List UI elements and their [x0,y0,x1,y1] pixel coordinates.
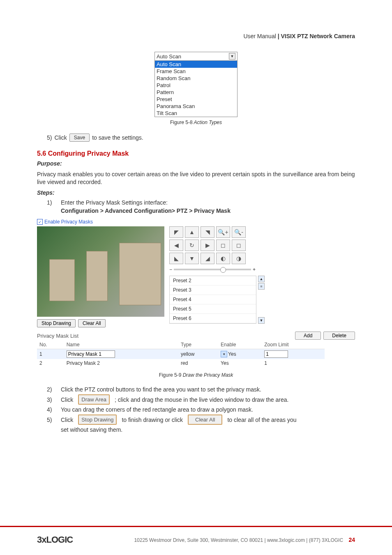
header-light: User Manual [243,33,277,39]
dropdown-option[interactable]: Pattern [155,89,237,96]
action-type-dropdown[interactable]: Auto Scan ▼ Auto Scan Frame Scan Random … [154,52,238,117]
zoom-limit-input[interactable] [264,350,288,358]
chevron-down-icon[interactable]: ▼ [229,53,235,60]
mask-name-input[interactable] [67,350,115,358]
header-bold: | VISIX PTZ Network Camera [278,33,355,39]
table-row[interactable]: 2 Privacy Mask 2 red Yes 1 [37,359,325,367]
ptz-up-left-icon[interactable]: ◤ [169,226,183,238]
zoom-in-icon[interactable]: 🔍+ [216,226,230,238]
clear-all-button[interactable]: Clear All [188,415,222,425]
iris-open-icon[interactable]: ◐ [216,253,230,264]
mask-list-title: Privacy Mask List [37,333,78,339]
page-header: User Manual | VISIX PTZ Network Camera [37,33,355,39]
dropdown-option[interactable]: Frame Scan [155,68,237,75]
dropdown-option[interactable]: Patrol [155,82,237,89]
save-button[interactable]: Save [69,134,90,142]
cell-type: red [178,359,218,367]
iris-close-icon[interactable]: ◑ [232,253,246,264]
page-number: 24 [348,537,355,543]
page-footer: 3xLOGIC 10225 Westmoor Drive, Suite 300,… [0,526,392,553]
step-number: 4) [47,406,56,413]
steps-label: Steps: [37,189,355,197]
ptz-speed-slider[interactable]: − + [169,267,256,272]
col-type: Type [178,341,218,349]
preset-item[interactable]: Preset 2 [170,276,256,286]
ptz-down-right-icon[interactable]: ◢ [201,253,214,264]
caption-prefix: Figure 5-8 [170,120,193,125]
cell-no: 1 [37,349,64,359]
step-number: 2) [47,386,56,393]
focus-far-icon[interactable]: ◻ [232,240,246,251]
caption-title: Draw the Privacy Mask [181,372,233,378]
step-text-post: to save the settings. [92,134,143,141]
minus-icon: − [169,267,172,272]
step-text-pre: Click [61,417,73,423]
checkbox-icon: ✓ [37,219,43,225]
dropdown-option[interactable]: Tilt Scan [155,110,237,117]
stop-drawing-button[interactable]: Stop Drawing [37,319,76,327]
ptz-auto-icon[interactable]: ↻ [185,240,199,251]
scroll-up-icon[interactable]: ▲ [258,276,265,282]
preset-item[interactable]: Preset 4 [170,295,256,304]
stop-drawing-button[interactable]: Stop Drawing [78,415,117,425]
table-row[interactable]: 1 yellow ▾Yes [37,349,325,359]
cell-zoom: 1 [262,359,325,367]
step-number: 5) [47,417,56,423]
ptz-down-icon[interactable]: ▼ [185,253,199,264]
draw-area-button[interactable]: Draw Area [78,394,110,405]
step-text-pre: Click [61,396,73,403]
step-text-post: ; click and drag the mouse in the live v… [115,396,288,403]
cell-enable: Yes [218,359,262,367]
step-number: 5) [47,134,52,141]
section-title: Configuring Privacy Mask [46,150,129,157]
preset-item[interactable]: Preset 3 [170,286,256,295]
live-video-preview[interactable] [37,226,164,317]
caption-title: Action Types [193,120,222,125]
ptz-control-grid: ◤ ▲ ◥ 🔍+ 🔍- ◀ ↻ ▶ ◻ ◻ ◣ ▼ ◢ ◐ ◑ [169,226,265,264]
cell-no: 2 [37,359,64,367]
delete-button[interactable]: Delete [323,332,355,340]
section-number: 5.6 [37,150,46,157]
cell-name: Privacy Mask 2 [64,359,178,367]
plus-icon: + [253,267,256,272]
add-button[interactable]: Add [295,332,321,340]
step-text: Enter the Privacy Mask Settings interfac… [61,199,168,206]
focus-near-icon[interactable]: ◻ [216,240,230,251]
preset-item[interactable]: Preset 6 [170,314,256,323]
footer-text: 10225 Westmoor Drive, Suite 300, Westmin… [134,537,355,543]
ptz-down-left-icon[interactable]: ◣ [169,253,183,264]
dropdown-option[interactable]: Panorama Scan [155,103,237,110]
clear-all-button[interactable]: Clear All [78,319,106,327]
figure-caption-2: Figure 5-9 Draw the Privacy Mask [37,372,355,378]
checkbox-label: Enable Privacy Masks [44,219,93,225]
dropdown-option[interactable]: Preset [155,96,237,103]
breadcrumb: Configuration > Advanced Configuration> … [61,207,355,214]
step-text: Click the PTZ control buttons to find th… [61,386,261,393]
scroll-down-icon[interactable]: ▼ [258,317,265,324]
purpose-label: Purpose: [37,160,355,168]
slider-thumb[interactable] [220,267,226,273]
cell-type: yellow [178,349,218,359]
privacy-mask-table: No. Name Type Enable Zoom Limit 1 yellow… [37,341,325,367]
section-heading: 5.6 Configuring Privacy Mask [37,150,355,157]
dropdown-option[interactable]: Random Scan [155,75,237,82]
enable-privacy-checkbox[interactable]: ✓ Enable Privacy Masks [37,219,355,225]
ptz-up-right-icon[interactable]: ◥ [201,226,214,238]
col-no: No. [37,341,64,349]
dropdown-option[interactable]: Auto Scan [155,61,237,68]
step-text: You can drag the corners of the red rect… [61,406,253,413]
list-icon[interactable]: ≡ [258,283,265,290]
ptz-left-icon[interactable]: ◀ [169,240,183,251]
step-text-post: to clear all of the areas you [227,417,296,423]
chevron-down-icon[interactable]: ▾ [221,351,227,357]
preset-item[interactable]: Preset 5 [170,304,256,314]
step-text-pre: Click [54,134,67,141]
zoom-out-icon[interactable]: 🔍- [232,226,246,238]
step-text-line2: set without saving them. [61,426,122,433]
step-number: 1) [47,199,56,206]
ptz-up-icon[interactable]: ▲ [185,226,199,238]
ptz-right-icon[interactable]: ▶ [201,240,214,251]
preset-list: Preset 2 Preset 3 Preset 4 Preset 5 Pres… [169,276,256,324]
col-zoom: Zoom Limit [262,341,325,349]
dropdown-selected: Auto Scan [157,53,181,60]
